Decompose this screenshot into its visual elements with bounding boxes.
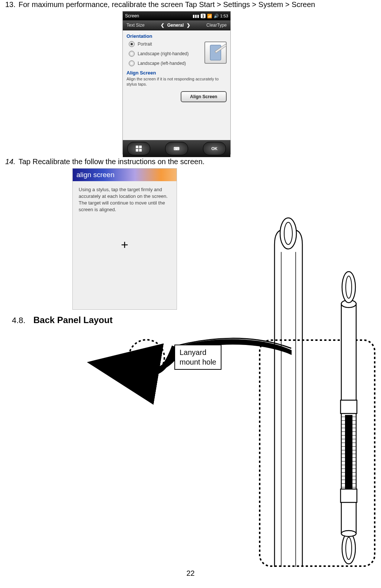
align-shot-text: Using a stylus, tap the target firmly an… bbox=[73, 181, 177, 218]
radio-landscape-right-label: Landscape (right-handed) bbox=[138, 51, 188, 56]
lanyard-label-line2: mount hole bbox=[180, 358, 216, 366]
screen-settings-screenshot: Screen ▮▮▮ 1 📶 🔊 1:53 Text Size ❮ Genera… bbox=[122, 11, 231, 155]
ok-button[interactable]: OK bbox=[203, 142, 226, 155]
svg-point-8 bbox=[284, 222, 292, 245]
svg-rect-11 bbox=[341, 304, 356, 534]
svg-rect-6 bbox=[260, 340, 375, 566]
section-number: 4.8. bbox=[12, 316, 26, 325]
svg-rect-18 bbox=[341, 400, 357, 413]
windows-icon bbox=[135, 145, 142, 152]
page-number: 22 bbox=[186, 569, 194, 578]
lanyard-label-line1: Lanyard bbox=[180, 348, 206, 356]
svg-rect-0 bbox=[136, 146, 138, 148]
radio-portrait-label: Portrait bbox=[138, 41, 152, 47]
step-13-number: 13. bbox=[5, 0, 16, 9]
align-screen-desc: Align the screen if it is not responding… bbox=[127, 76, 227, 87]
align-target-icon: + bbox=[121, 237, 128, 252]
svg-rect-19 bbox=[341, 489, 357, 502]
chevron-left-icon: ❮ bbox=[161, 23, 164, 28]
svg-rect-3 bbox=[139, 149, 142, 152]
tab-general-label: General bbox=[167, 23, 184, 28]
wm-title: Screen bbox=[125, 13, 193, 19]
step-13-text: For maximum performance, recalibrate the… bbox=[19, 0, 360, 9]
align-shot-title: align screen bbox=[73, 169, 177, 181]
section-title: Back Panel Layout bbox=[33, 315, 112, 325]
step-14-text: Tap Recalibrate the follow the instructi… bbox=[19, 157, 315, 166]
chevron-right-icon: ❯ bbox=[187, 23, 190, 28]
wm-status-bar: Screen ▮▮▮ 1 📶 🔊 1:53 bbox=[123, 11, 230, 20]
svg-point-14 bbox=[346, 276, 352, 298]
wm-tray: ▮▮▮ 1 📶 🔊 1:53 bbox=[193, 14, 228, 19]
svg-point-17 bbox=[341, 531, 356, 536]
svg-point-12 bbox=[341, 300, 356, 308]
wm-tab-bar: Text Size ❮ General ❯ ClearType bbox=[123, 20, 230, 30]
align-screen-button[interactable]: Align Screen bbox=[181, 91, 227, 102]
tab-cleartype[interactable]: ClearType bbox=[206, 23, 227, 28]
volume-icon: 🔊 bbox=[214, 14, 219, 19]
wm-bottom-bar: ⌨ OK bbox=[123, 140, 230, 157]
clock-text: 1:53 bbox=[220, 14, 228, 18]
tab-general[interactable]: ❮ General ❯ bbox=[161, 23, 191, 28]
svg-point-4 bbox=[129, 340, 164, 375]
start-button[interactable] bbox=[127, 142, 150, 155]
svg-rect-1 bbox=[139, 146, 142, 148]
align-screen-screenshot: align screen Using a stylus, tap the tar… bbox=[72, 168, 177, 310]
sim-indicator: 1 bbox=[201, 14, 205, 18]
orientation-header: Orientation bbox=[127, 33, 227, 39]
step-14-number: 14. bbox=[5, 157, 16, 166]
keyboard-icon: ⌨ bbox=[174, 146, 180, 151]
lanyard-label: Lanyard mount hole bbox=[174, 345, 221, 370]
svg-rect-40 bbox=[345, 415, 352, 489]
signal-icon: 📶 bbox=[207, 14, 212, 19]
svg-rect-2 bbox=[136, 149, 138, 152]
orientation-preview bbox=[204, 41, 227, 64]
align-screen-header: Align Screen bbox=[127, 70, 227, 76]
radio-button-icon bbox=[129, 41, 135, 47]
battery-icon: ▮▮▮ bbox=[193, 14, 199, 19]
wm-body: Orientation Portrait Landscape (right-ha… bbox=[123, 30, 230, 140]
keyboard-button[interactable]: ⌨ bbox=[165, 142, 188, 155]
svg-point-16 bbox=[346, 537, 352, 559]
svg-point-15 bbox=[342, 533, 355, 564]
tab-text-size[interactable]: Text Size bbox=[127, 23, 145, 28]
svg-marker-5 bbox=[148, 365, 160, 378]
radio-button-icon bbox=[129, 60, 135, 66]
svg-point-7 bbox=[280, 218, 296, 249]
svg-point-13 bbox=[342, 272, 355, 303]
radio-landscape-left-label: Landscape (left-handed) bbox=[138, 61, 186, 66]
radio-button-icon bbox=[129, 51, 135, 57]
